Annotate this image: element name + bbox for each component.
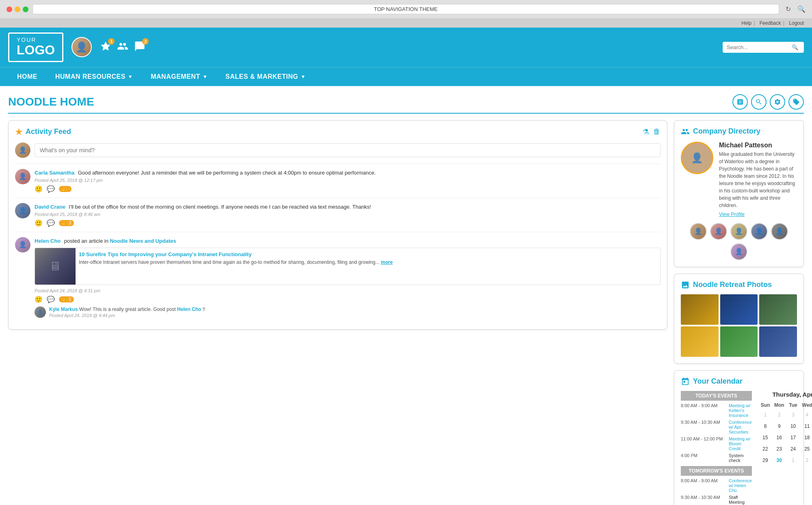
star-icon: ★ <box>15 127 22 137</box>
calendar-day[interactable]: 22 <box>758 443 772 455</box>
article-excerpt: Inter-office Intranet servers have prove… <box>79 259 657 266</box>
helen-author[interactable]: Helen Cho <box>35 238 61 244</box>
calendar-week-row: 1234567 <box>758 409 812 421</box>
article-title[interactable]: 10 Surefire Tips for Improving your Comp… <box>79 251 657 257</box>
messages-icon-btn[interactable]: 2 <box>134 41 145 54</box>
david-post-content: David Crane I'll be out of the office fo… <box>35 203 660 227</box>
calendar-day[interactable]: 10 <box>786 421 800 432</box>
calendar-day[interactable]: 25 <box>800 443 812 455</box>
calendar-day[interactable]: 17 <box>786 432 800 443</box>
search-input[interactable] <box>727 44 792 50</box>
dot-red[interactable] <box>6 6 12 12</box>
comment-icon[interactable]: 💬 <box>47 296 55 303</box>
dir-avatar-1[interactable]: 👤 <box>690 223 707 240</box>
settings-btn[interactable] <box>770 94 785 110</box>
calendar-day[interactable]: 2 <box>800 455 812 466</box>
dir-avatar-4[interactable]: 👤 <box>751 223 768 240</box>
mention-link[interactable]: Helen Cho <box>177 306 201 312</box>
browser-dots <box>6 6 28 12</box>
calendar-day[interactable]: 2 <box>772 409 786 421</box>
calendar-day[interactable]: 8 <box>758 421 772 432</box>
david-actions: 🙂 💬 👍 3 <box>35 219 660 227</box>
search-box[interactable]: 🔍 <box>723 42 804 53</box>
read-more-link[interactable]: more <box>381 259 393 265</box>
tag-btn[interactable] <box>788 94 804 110</box>
nav-hr[interactable]: HUMAN RESOURCES ▼ <box>46 67 142 86</box>
dot-yellow[interactable] <box>15 6 20 12</box>
logout-link[interactable]: Logout <box>789 20 804 26</box>
calendar-day[interactable]: 23 <box>772 443 786 455</box>
david-post-text: David Crane I'll be out of the office fo… <box>35 203 660 210</box>
photo-3[interactable] <box>759 294 797 325</box>
like-button[interactable]: 👍 2 <box>59 296 74 302</box>
like-button[interactable]: 👍 <box>59 186 71 192</box>
carla-avatar: 👤 <box>15 169 30 184</box>
refresh-icon[interactable]: ↻ <box>786 5 791 13</box>
comment-icon[interactable]: 💬 <box>47 219 55 227</box>
helen-post-text: Helen Cho posted an article in Noodle Ne… <box>35 237 660 244</box>
dot-green[interactable] <box>23 6 28 12</box>
browser-search-icon[interactable]: 🔍 <box>797 5 806 13</box>
nav-management[interactable]: MANAGEMENT ▼ <box>142 67 217 86</box>
event-name-2[interactable]: Conference w/ Apt. Securities <box>729 420 752 434</box>
like-icon[interactable]: 🙂 <box>35 296 43 303</box>
view-profile-link[interactable]: View Profile <box>719 211 797 217</box>
like-button[interactable]: 👍 3 <box>59 220 74 226</box>
carla-author[interactable]: Carla Samantha <box>35 170 74 176</box>
like-icon[interactable]: 🙂 <box>35 185 43 193</box>
nav-home[interactable]: HOME <box>8 67 46 86</box>
calendar-day[interactable]: 24 <box>786 443 800 455</box>
calendar-day[interactable]: 30 <box>772 455 786 466</box>
photo-2[interactable] <box>720 294 758 325</box>
event-name-5[interactable]: Conference w/ Helen Cho <box>729 478 752 493</box>
nav-sales[interactable]: SALES & MARKETING ▼ <box>217 67 315 86</box>
dir-avatar-2[interactable]: 👤 <box>710 223 727 240</box>
helen-channel[interactable]: Noodle News and Updates <box>110 238 176 244</box>
david-author[interactable]: David Crane <box>35 204 65 210</box>
commenter-name[interactable]: Kyle Markus <box>49 306 78 312</box>
help-link[interactable]: Help <box>741 20 751 26</box>
feedback-link[interactable]: Feedback <box>760 20 781 26</box>
calendar-day[interactable]: 29 <box>758 455 772 466</box>
calendar-day[interactable]: 1 <box>758 409 772 421</box>
photo-5[interactable] <box>720 326 758 357</box>
photo-6[interactable] <box>759 326 797 357</box>
calendar-week-row: 15161718192021 <box>758 432 812 443</box>
event-time-5: 8:00 AM - 9:00 AM <box>681 478 725 483</box>
filter-icon[interactable]: ⚗ <box>643 127 649 136</box>
feed-post-1: 👤 Carla Samantha Good afternoon everyone… <box>15 164 660 198</box>
add-content-btn[interactable] <box>732 94 748 110</box>
logo[interactable]: YOUR LOGO <box>8 32 63 62</box>
event-name-1[interactable]: Meeting w/ Kellen's Insurance <box>729 403 752 418</box>
trash-icon[interactable]: 🗑 <box>653 127 660 136</box>
dir-avatar-3[interactable]: 👤 <box>730 223 747 240</box>
calendar-day[interactable]: 11 <box>800 421 812 432</box>
avatar-image: 👤 <box>72 38 91 56</box>
comment-icon[interactable]: 💬 <box>47 185 55 193</box>
calendar-day[interactable]: 4 <box>800 409 812 421</box>
carla-post-content: Carla Samantha Good afternoon everyone! … <box>35 169 660 193</box>
event-name-3[interactable]: Meeting w/ Bloom Credit <box>729 436 752 451</box>
like-icon[interactable]: 🙂 <box>35 219 43 227</box>
calendar-day[interactable]: 15 <box>758 432 772 443</box>
people-icon-btn[interactable] <box>117 41 128 54</box>
commenter-avatar: 👤 <box>35 306 46 318</box>
star-notifications[interactable]: 1 <box>100 41 111 54</box>
event-time-1: 8:00 AM - 9:00 AM <box>681 403 725 408</box>
calendar-day[interactable]: 3 <box>786 409 800 421</box>
calendar-week-row: 22232425262728 <box>758 443 812 455</box>
photo-1[interactable] <box>681 294 719 325</box>
post-input[interactable] <box>35 143 660 157</box>
calendar-day[interactable]: 18 <box>800 432 812 443</box>
calendar-day[interactable]: 16 <box>772 432 786 443</box>
dir-avatar-6[interactable]: 👤 <box>730 243 747 260</box>
calendar-day[interactable]: 9 <box>772 421 786 432</box>
calendar-day[interactable]: 1 <box>786 455 800 466</box>
address-bar[interactable]: TOP NAVIGATION THEME <box>32 4 779 14</box>
people-icon <box>117 41 128 52</box>
search-content-btn[interactable] <box>751 94 767 110</box>
dir-avatar-5[interactable]: 👤 <box>771 223 788 240</box>
photo-4[interactable] <box>681 326 719 357</box>
user-avatar[interactable]: 👤 <box>71 37 92 57</box>
star-badge: 1 <box>108 38 115 45</box>
